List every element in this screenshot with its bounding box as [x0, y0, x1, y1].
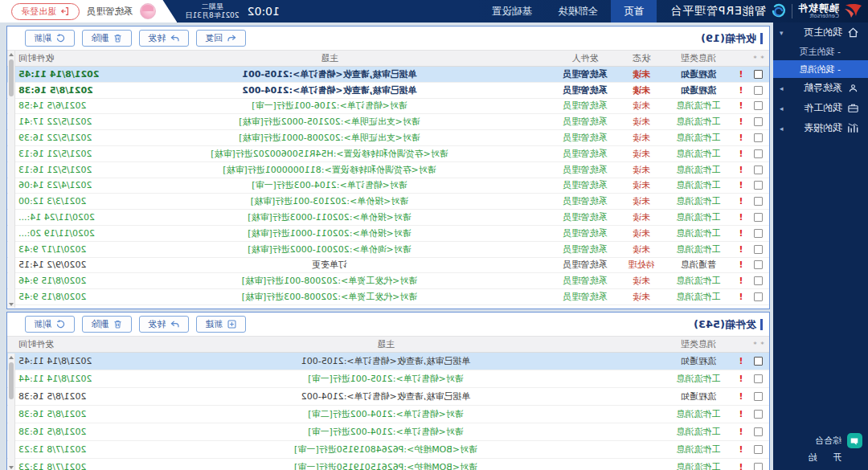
assistant-icon[interactable]	[847, 433, 862, 448]
row-checkbox[interactable]	[755, 117, 764, 126]
message-type: 工作流消息	[663, 291, 734, 303]
message-row[interactable]: !工作流消息未读系统管理员请对<代发工资单>:202008-003进行[审核]2…	[7, 289, 769, 305]
sidebar-item-my-home[interactable]: 我的主页 ▾	[773, 22, 868, 43]
row-checkbox[interactable]	[755, 427, 764, 436]
row-checkbox[interactable]	[755, 101, 764, 110]
row-checkbox[interactable]	[755, 463, 764, 470]
timestamp: 2021/7/8 13:23	[7, 444, 108, 455]
col-status[interactable]: 状态	[620, 52, 663, 64]
row-checkbox[interactable]	[755, 260, 764, 269]
row-checkbox[interactable]	[755, 374, 764, 383]
scroll-down-icon[interactable]	[8, 464, 14, 470]
refresh-button[interactable]: 刷新	[25, 316, 75, 333]
timestamp: 2021/4/23 14:06	[7, 180, 108, 190]
scroll-down-icon[interactable]	[8, 300, 14, 308]
sidebar-item-my-reports[interactable]: 我的报表 ▸	[773, 118, 868, 138]
message-row[interactable]: !工作流消息未读系统管理员请对<代发工资单>:202008-001进行[审核]2…	[7, 273, 769, 289]
col-sender[interactable]: 发件人	[551, 52, 620, 64]
sidebar-item-my-work[interactable]: 我的工作 ▸	[773, 98, 868, 118]
row-checkbox[interactable]	[755, 245, 764, 254]
status-badge: 未读	[620, 148, 663, 160]
col-subject[interactable]: 主题	[108, 52, 551, 64]
message-row[interactable]: !工作流消息未读系统管理员请对<报价单>:202103-001进行[审核]202…	[7, 194, 769, 210]
col-subject[interactable]: 主题	[108, 338, 663, 350]
row-checkbox[interactable]	[755, 276, 764, 285]
app-header: 驰骋软件 Centersoft 智能ERP管理平台 首页 全部模块 基础设置 1…	[0, 0, 868, 22]
col-message-type[interactable]: 消息类型	[663, 52, 734, 64]
sender: 系统管理员	[551, 164, 620, 176]
message-row[interactable]: !流程通知单据已审核,请查收<销售订单>:2104-0022021/8/5 16…	[7, 388, 769, 406]
row-checkbox[interactable]	[755, 86, 764, 95]
widget-label[interactable]: 综合台	[815, 435, 841, 447]
message-type: 流程通知	[663, 68, 734, 80]
message-row[interactable]: !工作流消息未读系统管理员请对<询价单>:202001-0002进行[审核]20…	[7, 242, 769, 258]
col-receive-time[interactable]: 收件时间	[7, 52, 108, 64]
message-row[interactable]: !流程通知未读系统管理员单据已审核,请查收<销售订单>:2104-0022021…	[7, 83, 769, 99]
row-checkbox[interactable]	[755, 229, 764, 238]
row-checkbox[interactable]	[755, 181, 764, 190]
timestamp: 2020/8/15 9:46	[7, 276, 108, 286]
scrollbar-thumb[interactable]	[9, 362, 14, 399]
subject: 单据已审核,请查收<销售订单>:2105-001	[108, 68, 551, 80]
subject: 请对<代发工资单>:202008-001进行[审核]	[108, 275, 551, 287]
row-checkbox[interactable]	[755, 292, 764, 301]
row-checkbox[interactable]	[755, 213, 764, 222]
scroll-up-icon[interactable]	[8, 51, 14, 58]
row-checkbox[interactable]	[755, 133, 764, 142]
message-row[interactable]: !流程通知未读系统管理员单据已审核,请查收<销售订单>:2105-0012021…	[7, 67, 769, 83]
sender: 系统管理员	[551, 116, 620, 128]
company-name: 驰骋软件	[797, 3, 839, 13]
row-checkbox[interactable]	[755, 70, 764, 79]
avatar[interactable]	[141, 3, 157, 19]
forward-button[interactable]: 转发	[139, 30, 189, 47]
row-checkbox[interactable]	[755, 166, 764, 174]
message-type: 工作流消息	[663, 275, 734, 287]
message-row[interactable]: !工作流消息未读系统管理员请对<存货调价和转移设置>:H54R150060020…	[7, 146, 769, 162]
message-row[interactable]: !工作流消息请对<销售订单>:2104-002进行[二审]2021/8/5 16…	[7, 406, 769, 423]
row-checkbox[interactable]	[755, 410, 764, 419]
sidebar-item-system-nav[interactable]: 系统导航 ▸	[773, 78, 868, 98]
message-row[interactable]: !工作流消息未读系统管理员请对<销售订单>:2106-001进行[一审]2021…	[7, 99, 769, 115]
row-checkbox[interactable]	[755, 197, 764, 206]
message-row[interactable]: !工作流消息未读系统管理员请对<支出证明单>:202008-0001进行[审核]…	[7, 130, 769, 146]
tab-home[interactable]: 首页	[611, 0, 657, 22]
reply-button[interactable]: 回复	[196, 30, 246, 47]
row-checkbox[interactable]	[755, 445, 764, 454]
message-row[interactable]: !工作流消息未读系统管理员请对<支出证明单>:202105-0002进行[审核]…	[7, 114, 769, 130]
start-label[interactable]: 开 始	[776, 452, 841, 464]
new-message-button[interactable]: 新建	[196, 316, 246, 333]
message-row[interactable]: !工作流消息请对<销售订单>:2104-002进行[一审]2021/8/5 16…	[7, 423, 769, 441]
refresh-button[interactable]: 刷新	[25, 30, 75, 47]
tab-all-modules[interactable]: 全部模块	[545, 0, 611, 22]
sidebar-subitem-my-homepage[interactable]: - 我的主页	[773, 43, 868, 60]
message-row[interactable]: !工作流消息请对<BOM维护>:P62615019150进行[一审]2021/7…	[7, 459, 769, 470]
message-row[interactable]: !工作流消息未读系统管理员请对<报价单>:202011-0001进行[审核]20…	[7, 226, 769, 242]
message-row[interactable]: !工作流消息请对<BOM维护>:P62648019150进行[一审]2021/7…	[7, 441, 769, 459]
delete-button[interactable]: 删除	[82, 30, 132, 47]
message-row[interactable]: !工作流消息请对<销售订单>:2105-001进行[一审]2021/8/14 1…	[7, 370, 769, 388]
sidebar-subitem-my-messages[interactable]: - 我的消息	[773, 60, 868, 78]
scroll-up-icon[interactable]	[8, 354, 14, 361]
col-message-type[interactable]: 消息类型	[663, 338, 734, 350]
delete-button[interactable]: 删除	[82, 316, 132, 333]
row-checkbox[interactable]	[755, 357, 764, 366]
timestamp: 2021/8/5 16:38	[7, 427, 108, 437]
message-row[interactable]: !普通消息待处理系统管理员订单变更2020/9/2 14:15	[7, 258, 769, 274]
message-row[interactable]: !工作流消息未读系统管理员请对<报价单>:202011-0003进行[审核]20…	[7, 210, 769, 226]
col-send-time[interactable]: 发件时间	[7, 338, 108, 350]
logout-button[interactable]: 退出登录	[11, 3, 80, 20]
message-row[interactable]: !工作流消息未读系统管理员请对<销售订单>:2104-003进行[一审]2021…	[7, 178, 769, 194]
row-checkbox[interactable]	[755, 149, 764, 158]
message-row[interactable]: !工作流消息未读系统管理员请对<存货调价和转移设置>:8110000001进行[…	[7, 162, 769, 178]
message-type: 工作流消息	[663, 148, 734, 160]
message-row[interactable]: !流程通知单据已审核,请查收<销售订单>:2105-0012021/8/14 1…	[7, 353, 769, 370]
inbox-scrollbar[interactable]	[8, 51, 15, 308]
sender: 系统管理员	[551, 84, 620, 96]
row-checkbox[interactable]	[755, 392, 764, 401]
priority-icon: !	[739, 356, 743, 366]
scrollbar-thumb[interactable]	[9, 59, 14, 96]
tab-basic-settings[interactable]: 基础设置	[479, 0, 545, 22]
chevron-down-icon: ▾	[780, 29, 784, 37]
forward-button[interactable]: 转发	[139, 316, 189, 333]
outbox-scrollbar[interactable]	[8, 354, 15, 470]
